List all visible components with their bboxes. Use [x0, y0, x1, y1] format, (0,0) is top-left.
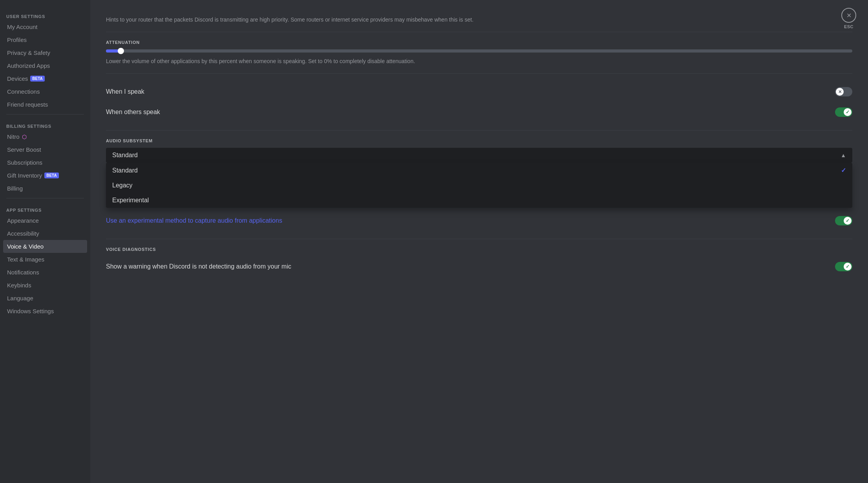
when-others-speak-label: When others speak — [106, 109, 160, 116]
dropdown-selected-label: Standard — [112, 152, 138, 159]
sidebar-item-label: Privacy & Safety — [7, 49, 50, 56]
beta-badge-gift: BETA — [44, 172, 58, 178]
dropdown-option-legacy[interactable]: Legacy — [106, 178, 852, 193]
divider-1 — [6, 114, 84, 114]
sidebar-item-label: Voice & Video — [7, 243, 44, 250]
attenuation-slider[interactable] — [106, 49, 852, 53]
when-i-speak-knob: ✕ — [836, 88, 844, 96]
beta-badge: BETA — [30, 76, 44, 82]
app-settings-label: APP SETTINGS — [3, 202, 87, 214]
sidebar-item-label: My Account — [7, 24, 38, 30]
voice-diagnostics-knob: ✓ — [844, 263, 852, 271]
sidebar-item-label: Notifications — [7, 269, 39, 276]
when-i-speak-toggle[interactable]: ✕ — [835, 87, 852, 96]
sidebar-item-devices[interactable]: Devices BETA — [3, 72, 87, 85]
toggle-check-icon: ✓ — [846, 109, 850, 115]
billing-settings-label: BILLING SETTINGS — [3, 118, 87, 130]
checkmark-icon: ✓ — [841, 167, 846, 174]
sidebar-item-label: Accessibility — [7, 230, 39, 237]
sidebar-item-billing[interactable]: Billing — [3, 182, 87, 195]
divider-2 — [6, 198, 84, 198]
voice-diagnostics-label: Show a warning when Discord is not detec… — [106, 263, 291, 270]
option-standard-label: Standard — [112, 167, 138, 174]
sidebar-item-server-boost[interactable]: Server Boost — [3, 143, 87, 156]
sidebar-item-label: Billing — [7, 185, 23, 192]
voice-diagnostics-toggle[interactable]: ✓ — [835, 262, 852, 271]
experimental-capture-toggle[interactable]: ✓ — [835, 216, 852, 225]
sidebar-item-label: Subscriptions — [7, 159, 42, 166]
dropdown-menu: Standard ✓ Legacy Experimental — [106, 163, 852, 208]
when-i-speak-row: When I speak ✕ — [106, 82, 852, 102]
option-experimental-label: Experimental — [112, 197, 149, 204]
slider-track[interactable] — [106, 49, 852, 53]
separator-2 — [106, 73, 852, 74]
sidebar-item-label: Gift Inventory — [7, 172, 42, 179]
option-legacy-label: Legacy — [112, 182, 133, 189]
sidebar-item-notifications[interactable]: Notifications — [3, 266, 87, 279]
attenuation-description: Lower the volume of other applications b… — [106, 57, 852, 65]
sidebar-item-privacy-safety[interactable]: Privacy & Safety — [3, 46, 87, 59]
sidebar-item-keybinds[interactable]: Keybinds — [3, 279, 87, 292]
when-others-speak-toggle[interactable]: ✓ — [835, 107, 852, 117]
nitro-icon: ⬡ — [22, 134, 27, 140]
sidebar-item-label: Connections — [7, 88, 40, 95]
sidebar-item-appearance[interactable]: Appearance — [3, 214, 87, 227]
esc-circle-icon: ✕ — [841, 8, 856, 23]
separator-5 — [106, 239, 852, 239]
sidebar-item-label: Server Boost — [7, 146, 41, 153]
sidebar-item-subscriptions[interactable]: Subscriptions — [3, 156, 87, 169]
sidebar-item-authorized-apps[interactable]: Authorized Apps — [3, 59, 87, 72]
user-settings-label: USER SETTINGS — [3, 8, 87, 20]
toggle-check-icon-2: ✓ — [846, 218, 850, 223]
voice-diagnostics-row: Show a warning when Discord is not detec… — [106, 256, 852, 277]
audio-subsystem-header: AUDIO SUBSYSTEM — [106, 138, 852, 143]
when-i-speak-label: When I speak — [106, 88, 144, 95]
sidebar: USER SETTINGS My Account Profiles Privac… — [0, 0, 90, 483]
slider-thumb — [118, 48, 124, 54]
when-others-speak-knob: ✓ — [844, 108, 852, 116]
top-description: Hints to your router that the packets Di… — [106, 16, 852, 24]
sidebar-item-label: Windows Settings — [7, 308, 54, 314]
separator-1 — [106, 32, 852, 32]
voice-diagnostics-header: VOICE DIAGNOSTICS — [106, 247, 852, 252]
dropdown-option-standard[interactable]: Standard ✓ — [106, 163, 852, 178]
main-content: ✕ ESC Hints to your router that the pack… — [90, 0, 868, 483]
sidebar-item-label: Appearance — [7, 217, 39, 224]
dropdown-option-experimental[interactable]: Experimental — [106, 193, 852, 208]
dropdown-selected[interactable]: Standard ▲ — [106, 148, 852, 163]
sidebar-item-connections[interactable]: Connections — [3, 85, 87, 98]
sidebar-item-label: Nitro — [7, 133, 20, 140]
experimental-capture-knob: ✓ — [844, 217, 852, 225]
attenuation-header: ATTENUATION — [106, 40, 852, 45]
sidebar-item-windows-settings[interactable]: Windows Settings — [3, 305, 87, 318]
esc-button[interactable]: ✕ ESC — [841, 8, 856, 29]
sidebar-item-label: Friend requests — [7, 101, 48, 108]
sidebar-item-label: Devices — [7, 75, 28, 82]
sidebar-item-label: Authorized Apps — [7, 62, 50, 69]
when-others-speak-row: When others speak ✓ — [106, 102, 852, 122]
sidebar-item-label: Profiles — [7, 36, 27, 43]
separator-3 — [106, 130, 852, 131]
sidebar-item-nitro[interactable]: Nitro ⬡ — [3, 130, 87, 143]
sidebar-item-profiles[interactable]: Profiles — [3, 33, 87, 46]
sidebar-item-voice-video[interactable]: Voice & Video — [3, 240, 87, 253]
toggle-x-icon: ✕ — [838, 89, 842, 94]
sidebar-item-label: Language — [7, 295, 33, 301]
experimental-capture-label: Use an experimental method to capture au… — [106, 217, 282, 224]
sidebar-item-label: Text & Images — [7, 256, 44, 263]
sidebar-item-friend-requests[interactable]: Friend requests — [3, 98, 87, 111]
sidebar-item-language[interactable]: Language — [3, 292, 87, 305]
sidebar-item-gift-inventory[interactable]: Gift Inventory BETA — [3, 169, 87, 182]
esc-label: ESC — [844, 24, 853, 29]
toggle-check-icon-3: ✓ — [846, 264, 850, 269]
audio-subsystem-dropdown[interactable]: Standard ▲ Standard ✓ Legacy Experimenta… — [106, 148, 852, 163]
sidebar-item-text-images[interactable]: Text & Images — [3, 253, 87, 266]
sidebar-item-accessibility[interactable]: Accessibility — [3, 227, 87, 240]
sidebar-item-label: Keybinds — [7, 282, 31, 289]
experimental-capture-row: Use an experimental method to capture au… — [106, 211, 852, 231]
sidebar-item-my-account[interactable]: My Account — [3, 20, 87, 33]
chevron-up-icon: ▲ — [841, 152, 846, 158]
